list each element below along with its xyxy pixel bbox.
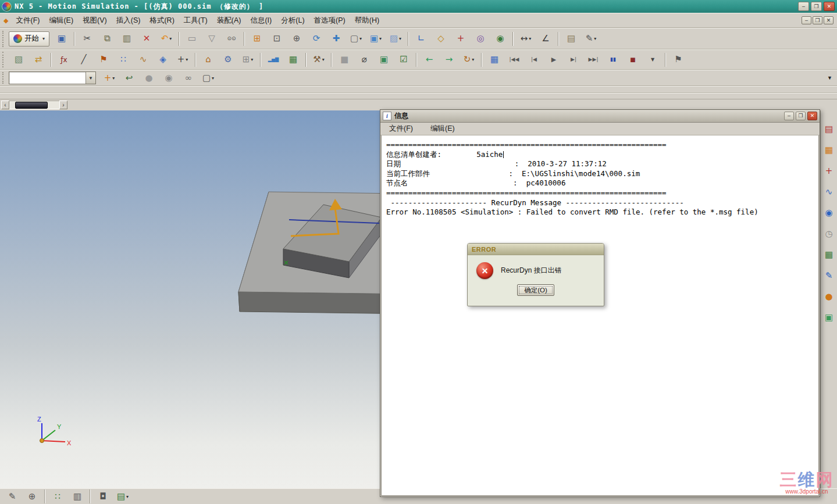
shaded-view-dropdown-icon[interactable]: ▾ xyxy=(379,36,382,41)
start-dropdown-icon[interactable]: ▾ xyxy=(42,36,45,41)
menu-preferences[interactable]: 首选项(P) xyxy=(310,14,350,27)
point-icon[interactable]: +▾ xyxy=(173,51,192,68)
expression-icon[interactable]: ƒx xyxy=(55,51,73,68)
slider-thumb[interactable] xyxy=(15,102,48,109)
notes-icon[interactable]: ✎ xyxy=(820,267,837,284)
orient-view-icon[interactable]: ◎ xyxy=(471,30,490,47)
datum-plane-icon[interactable]: ◇ xyxy=(432,30,450,47)
slider-left-icon[interactable]: ‹ xyxy=(1,101,9,109)
copy-icon[interactable]: ⧉ xyxy=(98,30,116,47)
finish-flag-icon[interactable]: ⚑ xyxy=(669,51,688,68)
chain-icon[interactable]: ∞ xyxy=(179,70,198,87)
web-browser-icon[interactable]: ◉ xyxy=(820,205,837,221)
ball-arrow-icon[interactable]: ◉ xyxy=(159,70,178,87)
info-menu-file[interactable]: 文件(F) xyxy=(385,122,417,135)
zoom-icon[interactable]: ⊕ xyxy=(287,30,306,47)
shaded-view-icon[interactable]: ▣▾ xyxy=(366,30,385,47)
graph-icon[interactable]: ▂▅▇ xyxy=(264,51,283,68)
home-icon[interactable]: ⌂ xyxy=(199,51,218,68)
menu-tools[interactable]: 工具(T) xyxy=(180,14,212,27)
materials-icon[interactable]: ▣ xyxy=(820,309,837,326)
undo-icon[interactable]: ↶▾ xyxy=(157,30,176,47)
toolbar-grip[interactable] xyxy=(2,31,6,47)
line-icon[interactable]: ╱ xyxy=(74,51,93,68)
child-minimize-button[interactable]: – xyxy=(802,16,811,24)
info-menu-edit[interactable]: 编辑(E) xyxy=(426,122,459,135)
transform-icon[interactable]: ⇄ xyxy=(29,51,48,68)
layer-settings-icon[interactable]: ▤▾ xyxy=(113,488,132,504)
lock-icon[interactable]: ◘ xyxy=(94,488,112,504)
wireframe-dropdown-icon[interactable]: ▾ xyxy=(359,36,362,41)
save-icon[interactable]: ▣ xyxy=(52,30,71,47)
title-bar[interactable]: NX 5 - Motion Simulation - [(仿真) 000.sim… xyxy=(0,0,837,13)
menu-information[interactable]: 信息(I) xyxy=(246,14,276,27)
error-dialog-title-bar[interactable]: ERROR xyxy=(468,244,604,255)
reorient-icon[interactable]: ↻▾ xyxy=(460,51,478,68)
toolbar-overflow-icon[interactable]: ▼ xyxy=(827,75,832,81)
glasses-icon[interactable]: ⊙⊙ xyxy=(222,30,241,47)
spring-icon[interactable]: ∿ xyxy=(134,51,152,68)
snap-add-dropdown-icon[interactable]: ▾ xyxy=(112,76,115,81)
reorient-dropdown-icon[interactable]: ▾ xyxy=(472,57,474,62)
sheet-icon[interactable]: ▭ xyxy=(183,30,201,47)
flag-icon[interactable]: ⚑ xyxy=(94,51,113,68)
annotation-icon[interactable]: ✎▾ xyxy=(582,30,600,47)
measure-distance-icon[interactable]: ↔▾ xyxy=(517,30,535,47)
wireframe-icon[interactable]: ▢▾ xyxy=(347,30,365,47)
paste-icon[interactable]: ▥ xyxy=(117,30,136,47)
grid-snap-icon[interactable]: ▦ xyxy=(820,142,837,158)
edit-object-display-icon[interactable]: ✎ xyxy=(3,488,22,504)
info-close-button[interactable]: ✕ xyxy=(807,112,817,120)
roles-icon[interactable]: ● xyxy=(820,288,837,305)
rect-select-icon[interactable]: ▢▾ xyxy=(199,70,218,87)
simulation-navigator-icon[interactable]: ▤ xyxy=(820,121,837,137)
part-window-icon[interactable]: ▧ xyxy=(9,51,28,68)
menu-assemblies[interactable]: 装配(A) xyxy=(213,14,245,27)
close-button[interactable]: ✕ xyxy=(824,2,835,11)
step-back-icon[interactable]: |◀ xyxy=(525,51,543,68)
fit-view-icon[interactable]: ⊞ xyxy=(248,30,266,47)
ball-icon[interactable]: ● xyxy=(140,70,158,87)
start-button[interactable]: 开始 ▾ xyxy=(9,31,49,47)
cut-icon[interactable]: ✂ xyxy=(78,30,97,47)
forward-icon[interactable]: → xyxy=(440,51,458,68)
tools-dropdown-icon[interactable]: ▾ xyxy=(322,57,325,62)
snap-points-icon[interactable]: ∷ xyxy=(48,488,67,504)
info-content[interactable]: ========================================… xyxy=(381,135,819,496)
menu-insert[interactable]: 插入(S) xyxy=(112,14,145,27)
show-hide-icon[interactable]: ◉ xyxy=(491,30,510,47)
menu-file[interactable]: 文件(F) xyxy=(12,14,44,27)
menu-view[interactable]: 视图(V) xyxy=(79,14,111,27)
view-triad[interactable]: Z X Y xyxy=(37,416,72,446)
child-close-button[interactable]: ✕ xyxy=(824,16,834,24)
info-title-bar[interactable]: i 信息 – ❐ ✕ xyxy=(380,110,820,123)
restore-button[interactable]: ❐ xyxy=(811,2,822,11)
child-restore-button[interactable]: ❐ xyxy=(813,16,822,24)
pan-icon[interactable]: ✚ xyxy=(327,30,346,47)
rendered-view-icon[interactable]: ▨▾ xyxy=(386,30,405,47)
window-dropdown-icon[interactable]: ▾ xyxy=(251,57,253,62)
play-icon[interactable]: ▶ xyxy=(544,51,563,68)
undo-dropdown-icon[interactable]: ▾ xyxy=(169,36,172,41)
toolbar-grip[interactable] xyxy=(2,52,6,67)
rect-select-dropdown-icon[interactable]: ▾ xyxy=(212,76,214,81)
tools-icon[interactable]: ⚒▾ xyxy=(309,51,328,68)
step-forward-icon[interactable]: ▶| xyxy=(564,51,583,68)
grid-check-icon[interactable]: ☑ xyxy=(394,51,413,68)
slider-right-icon[interactable]: › xyxy=(59,101,67,109)
layer-settings-dropdown-icon[interactable]: ▾ xyxy=(126,494,129,499)
spreadsheet-tool-icon[interactable]: ▦ xyxy=(820,246,837,263)
marker-tool-icon[interactable]: + xyxy=(820,163,837,179)
rotate-view-icon[interactable]: ⟳ xyxy=(307,30,326,47)
history-icon[interactable]: ◷ xyxy=(820,226,837,242)
fit-zoom-icon[interactable]: ⊕ xyxy=(23,488,41,504)
mechanism-icon[interactable]: ⚙ xyxy=(219,51,237,68)
back-icon[interactable]: ← xyxy=(420,51,439,68)
window-icon[interactable]: ⊞▾ xyxy=(238,51,257,68)
annotation-dropdown-icon[interactable]: ▾ xyxy=(594,36,596,41)
tile-windows-icon[interactable]: ▥ xyxy=(68,488,87,504)
menu-edit[interactable]: 编辑(E) xyxy=(45,14,77,27)
speed-dropdown-icon[interactable]: ▼ xyxy=(643,51,662,68)
marker-icon[interactable]: ◈ xyxy=(154,51,172,68)
ruler-icon[interactable]: ▤ xyxy=(562,30,580,47)
